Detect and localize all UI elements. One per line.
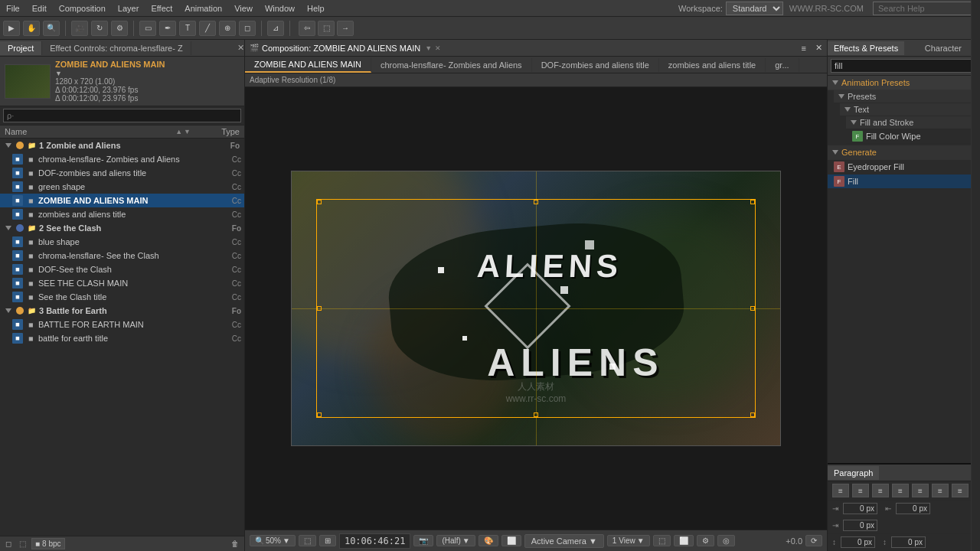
item-eyedropper-fill[interactable]: E Eyedropper Fill [828, 160, 980, 174]
folder-clash[interactable]: 📁 2 See the Clash Fo [0, 221, 244, 235]
sub-tab-zombie-main[interactable]: ZOMBIE AND ALIENS MAIN [245, 57, 371, 73]
item-see-clash-main[interactable]: ◼ ◼ SEE THE CLASH MAIN Cc [0, 276, 244, 290]
active-camera-btn[interactable]: Active Camera ▼ [524, 534, 604, 548]
space-before-input[interactable] [841, 536, 875, 548]
item-fill[interactable]: F Fill [828, 174, 980, 189]
menu-composition[interactable]: Composition [53, 2, 112, 15]
pen-tool-btn[interactable]: ✒ [159, 21, 176, 36]
menu-layer[interactable]: Layer [112, 2, 145, 15]
workspace-label: Workspace: [678, 4, 723, 13]
color-btn[interactable]: 🎨 [479, 535, 498, 546]
panel-delete-btn[interactable]: 🗑 [229, 539, 241, 549]
tab-effects-presets[interactable]: Effects & Presets [828, 41, 904, 55]
project-search-input[interactable] [3, 109, 241, 122]
item-zombie-main[interactable]: ◼ ◼ ZOMBIE AND ALIENS MAIN Cc [0, 194, 244, 207]
indent-right-input[interactable] [896, 503, 930, 514]
generate-group-header[interactable]: Generate [828, 145, 980, 160]
3d-btn[interactable]: ⬚ [653, 535, 671, 546]
item-green-shape[interactable]: ◼ ◼ green shape Cc [0, 180, 244, 194]
item-blue-shape[interactable]: ◼ ◼ blue shape Cc [0, 235, 244, 249]
zoom-btn[interactable]: 🔍 50% ▼ [250, 535, 296, 546]
item-zombies-title[interactable]: ◼ ◼ zombies and aliens title Cc [0, 207, 244, 221]
camera-icon-btn[interactable]: 📷 [413, 535, 433, 546]
puppet-tool-btn[interactable]: ⊿ [267, 21, 284, 36]
viewer-reset-btn[interactable]: ⟳ [805, 535, 822, 546]
sub-tab-dof-zombies[interactable]: DOF-zombies and aliens title [532, 58, 659, 72]
item-battle-main[interactable]: ◼ ◼ BATTLE FOR EARTH MAIN Cc [0, 318, 244, 331]
item-dof-zombies[interactable]: ◼ ◼ DOF-zombies and aliens title Cc [0, 166, 244, 180]
tab-effect-controls[interactable]: Effect Controls: chroma-lensflare- Z [42, 41, 191, 55]
select-tool-btn[interactable]: ▶ [3, 21, 20, 36]
clone-tool-btn[interactable]: ⊕ [219, 21, 236, 36]
tab-project[interactable]: Project [0, 41, 42, 55]
camera-tool-btn[interactable]: 🎥 [71, 21, 88, 36]
menu-view[interactable]: View [228, 2, 259, 15]
item-chroma-zombies[interactable]: ◼ ◼ chroma-lensflare- Zombies and Aliens… [0, 152, 244, 166]
comp-menu-icon[interactable]: ≡ [797, 44, 811, 53]
folder-zombie-aliens[interactable]: 📁 1 Zombie and Aliens Fo [0, 139, 244, 152]
text-tool-btn[interactable]: T [179, 21, 196, 36]
hand-tool-btn[interactable]: ✋ [23, 21, 40, 36]
folder-earth[interactable]: 📁 3 Battle for Earth Fo [0, 304, 244, 318]
sub-tab-chroma-zombies[interactable]: chroma-lensflare- Zombies and Aliens [371, 58, 532, 72]
indent-first-input[interactable] [843, 520, 877, 531]
menu-animation[interactable]: Animation [178, 2, 228, 15]
space-after-input[interactable] [891, 536, 926, 548]
rect-tool-btn[interactable]: ▭ [139, 21, 156, 36]
align-right-btn[interactable]: ≡ [872, 484, 889, 497]
menu-file[interactable]: File [0, 2, 26, 15]
render-btn[interactable]: ⬜ [501, 535, 521, 546]
brush-tool-btn[interactable]: ╱ [199, 21, 216, 36]
animation-presets-header[interactable]: Animation Presets [828, 76, 980, 90]
quality-btn[interactable]: (Half) ▼ [436, 535, 475, 546]
menu-help[interactable]: Help [301, 2, 331, 15]
menu-edit[interactable]: Edit [26, 2, 53, 15]
grid-btn[interactable]: ⊞ [319, 535, 336, 546]
menu-effect[interactable]: Effect [145, 2, 178, 15]
presets-header[interactable]: Presets [834, 90, 980, 103]
item-clash-title[interactable]: ◼ ◼ See the Clash title Cc [0, 290, 244, 304]
effects-search-input[interactable] [831, 59, 977, 73]
toggle-btn[interactable]: ⬜ [674, 535, 694, 546]
eraser-tool-btn[interactable]: ◻ [239, 21, 256, 36]
indent-left-input[interactable] [843, 503, 877, 514]
fill-stroke-header[interactable]: Fill and Stroke [846, 116, 980, 129]
panel-new-comp-btn[interactable]: ⬚ [17, 539, 28, 549]
sub-tab-gr[interactable]: gr... [766, 58, 799, 72]
item-type-5: Cc [218, 210, 241, 219]
item-fill-color-wipe[interactable]: F Fill Color Wipe [846, 129, 980, 144]
snap-btn[interactable]: ◎ [717, 535, 735, 546]
flow-btn[interactable]: ⚙ [697, 535, 714, 546]
panel-new-folder-btn[interactable]: ◻ [3, 539, 14, 549]
workspace-select[interactable]: Standard [726, 2, 783, 15]
left-panel-close-btn[interactable]: ✕ [237, 43, 244, 53]
transfer-btn-1[interactable]: ⇦ [299, 21, 315, 36]
justify-right-btn[interactable]: ≡ [932, 484, 949, 497]
comp-close-icon[interactable]: ✕ [811, 43, 827, 53]
justify-left-btn[interactable]: ≡ [892, 484, 909, 497]
sub-tab-zombies-title[interactable]: zombies and aliens title [659, 58, 766, 72]
view-layout-btn[interactable]: 1 View ▼ [607, 535, 650, 546]
view-options-btn[interactable]: ⬚ [299, 535, 316, 546]
search-help-input[interactable] [873, 2, 980, 15]
viewer[interactable]: ALIENS ALIENS 人人素材www.rr-sc.com [245, 87, 827, 530]
comp-tab-close-btn[interactable]: ✕ [435, 44, 441, 52]
menu-window[interactable]: Window [259, 2, 301, 15]
right-panel-tabs: Effects & Presets Character ✕ [828, 40, 980, 57]
orbit-tool-btn[interactable]: ↻ [91, 21, 108, 36]
transfer-btn-3[interactable]: → [337, 21, 354, 36]
justify-all-btn[interactable]: ≡ [952, 484, 969, 497]
item-label-6: blue shape [38, 237, 218, 246]
zoom-tool-btn[interactable]: 🔍 [43, 21, 60, 36]
item-battle-title[interactable]: ◼ ◼ battle for earth title Cc [0, 331, 244, 345]
tab-paragraph[interactable]: Paragraph [828, 466, 879, 480]
transfer-btn-2[interactable]: ⬚ [318, 21, 335, 36]
text-header[interactable]: Text [840, 103, 980, 116]
item-dof-clash[interactable]: ◼ ◼ DOF-See the Clash Cc [0, 262, 244, 276]
tab-character[interactable]: Character [919, 41, 968, 55]
align-left-btn[interactable]: ≡ [832, 484, 849, 497]
settings-btn[interactable]: ⚙ [111, 21, 128, 36]
justify-center-btn[interactable]: ≡ [912, 484, 929, 497]
item-chroma-clash[interactable]: ◼ ◼ chroma-lensflare- See the Clash Cc [0, 249, 244, 262]
align-center-btn[interactable]: ≡ [852, 484, 869, 497]
